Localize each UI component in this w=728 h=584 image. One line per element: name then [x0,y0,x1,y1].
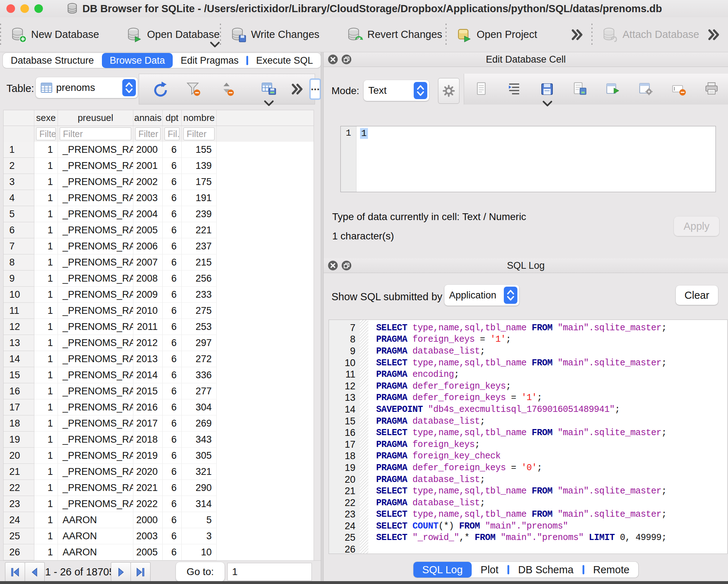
cell-dpt[interactable]: 6 [163,383,182,399]
row-number[interactable]: 20 [4,448,34,464]
cell-preusuel[interactable]: _PRENOMS_RARES [58,335,133,351]
cell-preusuel[interactable]: AARON [58,528,133,544]
save-button[interactable] [539,81,555,97]
clear-sorting-button[interactable] [219,81,235,97]
table-select[interactable]: prenoms [36,77,138,98]
row-number[interactable]: 24 [4,512,34,528]
cell-dpt[interactable]: 6 [163,222,182,238]
cell-sexe[interactable]: 1 [34,174,58,190]
cell-annais[interactable]: 2006 [133,238,163,254]
row-number[interactable]: 19 [4,432,34,448]
cell-dpt[interactable]: 6 [163,190,182,206]
refresh-button[interactable] [151,81,168,97]
cell-nombre[interactable]: 290 [182,480,217,496]
cell-preusuel[interactable]: _PRENOMS_RARES [58,464,133,480]
cell-nombre[interactable]: 233 [182,287,217,303]
panel-splitter[interactable] [321,52,324,584]
cell-preusuel[interactable]: _PRENOMS_RARES [58,142,133,158]
next-page-button[interactable] [111,562,131,582]
cell-sexe[interactable]: 1 [34,142,58,158]
set-null-button[interactable] [671,81,687,97]
row-number[interactable]: 10 [4,287,34,303]
row-number[interactable]: 25 [4,528,34,544]
cell-nombre[interactable]: 10 [182,544,217,560]
dock-tab-plot[interactable]: Plot [472,562,507,578]
cell-nombre[interactable]: 3 [182,528,217,544]
cell-settings-button[interactable] [438,78,459,104]
row-number[interactable]: 2 [4,158,34,174]
cell-dpt[interactable]: 6 [163,415,182,432]
table-options-button[interactable]: ... [309,78,321,100]
cell-preusuel[interactable]: AARON [58,544,133,560]
cell-dpt[interactable]: 6 [163,496,182,512]
cell-dpt[interactable]: 6 [163,367,182,383]
cell-annais[interactable]: 2007 [133,254,163,271]
cell-annais[interactable]: 2003 [133,528,163,544]
cell-dpt[interactable]: 6 [163,512,182,528]
row-number[interactable]: 12 [4,319,34,335]
cell-preusuel[interactable]: _PRENOMS_RARES [58,158,133,174]
mode-select[interactable]: Text [364,80,429,101]
cell-annais[interactable]: 2002 [133,174,163,190]
row-number[interactable]: 8 [4,254,34,271]
row-number[interactable]: 6 [4,222,34,238]
cell-nombre[interactable]: 272 [182,351,217,367]
cell-preusuel[interactable]: _PRENOMS_RARES [58,448,133,464]
cell-sexe[interactable]: 1 [34,158,58,174]
cell-dpt[interactable]: 6 [163,480,182,496]
doc-button[interactable] [473,81,489,97]
cell-dpt[interactable]: 6 [163,254,182,271]
cell-nombre[interactable]: 5 [182,512,217,528]
cell-sexe[interactable]: 1 [34,512,58,528]
row-number[interactable]: 21 [4,464,34,480]
row-number[interactable]: 17 [4,399,34,415]
wrap-button[interactable] [506,81,522,97]
cell-annais[interactable]: 2014 [133,367,163,383]
cell-preusuel[interactable]: _PRENOMS_RARES [58,415,133,432]
row-number[interactable]: 18 [4,415,34,432]
cell-annais[interactable]: 2010 [133,303,163,319]
tab-edit-pragmas[interactable]: Edit Pragmas [173,53,246,68]
cell-annais[interactable]: 2018 [133,432,163,448]
cell-annais[interactable]: 2003 [133,190,163,206]
cell-preusuel[interactable]: _PRENOMS_RARES [58,432,133,448]
sql-log-view[interactable]: 7SELECT type,name,sql,tbl_name FROM "mai… [329,320,728,554]
cell-nombre[interactable]: 275 [182,303,217,319]
toolbar-dropdown-chevron-icon[interactable] [210,42,220,48]
cell-preusuel[interactable]: _PRENOMS_RARES [58,496,133,512]
cell-sexe[interactable]: 1 [34,271,58,287]
filter-input-annais[interactable]: Filter [135,127,161,140]
cell-preusuel[interactable]: _PRENOMS_RARES [58,303,133,319]
save-results-button[interactable] [261,81,277,97]
cell-annais[interactable]: 2016 [133,399,163,415]
row-number[interactable]: 4 [4,190,34,206]
mode-select-stepper-icon[interactable] [414,82,427,99]
cell-nombre[interactable]: 253 [182,319,217,335]
cell-sexe[interactable]: 1 [34,319,58,335]
open-project-button[interactable]: Open Project [456,26,537,43]
cell-sexe[interactable]: 1 [34,496,58,512]
row-number[interactable]: 3 [4,174,34,190]
cell-dpt[interactable]: 6 [163,206,182,222]
cell-annais[interactable]: 2021 [133,480,163,496]
cell-nombre[interactable]: 343 [182,432,217,448]
print-button[interactable] [704,81,719,97]
sql-log-source-stepper-icon[interactable] [504,287,517,304]
dock-tab-sql-log[interactable]: SQL Log [413,562,472,578]
cell-preusuel[interactable]: _PRENOMS_RARES [58,238,133,254]
tab-execute-sql[interactable]: Execute SQL [248,53,321,68]
table-select-stepper-icon[interactable] [122,79,136,96]
cell-dpt[interactable]: 6 [163,432,182,448]
cell-sexe[interactable]: 1 [34,432,58,448]
cell-preusuel[interactable]: _PRENOMS_RARES [58,319,133,335]
open-database-button[interactable]: Open Database [126,26,220,43]
cell-sexe[interactable]: 1 [34,351,58,367]
cell-annais[interactable]: 2000 [133,142,163,158]
cell-sexe[interactable]: 1 [34,480,58,496]
cell-sexe[interactable]: 1 [34,238,58,254]
previous-page-button[interactable] [25,562,45,582]
cell-editor-content[interactable]: 1 [356,126,715,192]
first-page-button[interactable] [5,562,25,582]
last-page-button[interactable] [131,562,151,582]
cell-dpt[interactable]: 6 [163,142,182,158]
